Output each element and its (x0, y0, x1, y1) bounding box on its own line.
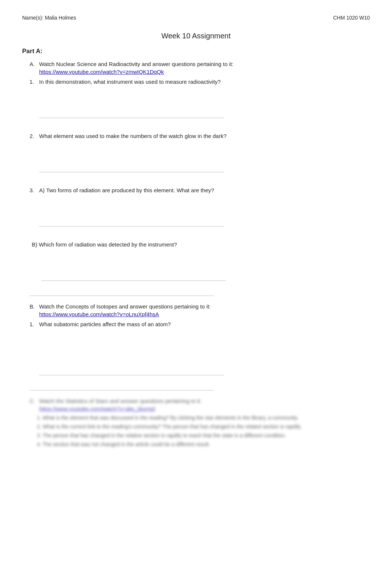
question-2-block: 2. What element was used to make the num… (30, 133, 370, 172)
page-title: Week 10 Assignment (22, 32, 370, 40)
section-a-label: A. Watch Nuclear Science and Radioactivi… (30, 61, 370, 67)
part-a-heading: Part A: (22, 48, 370, 55)
section-b-instruction: Watch the Concepts of Isotopes and answe… (39, 303, 211, 310)
answer-space-3a (39, 197, 224, 227)
name-label: Name(s): (22, 15, 44, 21)
question-3-number: 3. (30, 187, 36, 193)
section-a: A. Watch Nuclear Science and Radioactivi… (30, 61, 370, 75)
section-divider-1 (30, 296, 214, 296)
section-divider-2 (30, 390, 214, 390)
question-3b-text: B) Which form of radiation was detected … (32, 241, 177, 248)
blurred-instruction: Watch the Statistics of Stars and answer… (39, 398, 202, 404)
question-b1-text: What subatomic particles affect the mass… (39, 321, 171, 327)
section-b-letter: B. (30, 303, 36, 310)
blurred-q4: 4. The section that was not changed in t… (37, 441, 370, 447)
question-1-number: 1. (30, 79, 36, 85)
blurred-q3: 3. The person that has changed in the re… (37, 432, 370, 438)
blurred-section-c: C. Watch the Statistics of Stars and ans… (30, 398, 370, 447)
answer-space-1 (39, 89, 224, 118)
course-label: CHM 1020 W10 (333, 15, 370, 21)
section-a-instruction: Watch Nuclear Science and Radioactivity … (39, 61, 233, 67)
question-1-block: 1. In this demonstration, what instrumen… (30, 79, 370, 118)
name-value: Malia Holmes (45, 15, 76, 21)
question-b1-row: 1. What subatomic particles affect the m… (30, 321, 370, 327)
answer-space-2 (39, 143, 224, 172)
blurred-letter: C. (30, 398, 36, 404)
blurred-link: https://www.youtube.com/watch?v=abc_blur… (39, 406, 370, 412)
answer-space-b1 (39, 331, 224, 375)
blurred-questions: 1. What is the element that was discusse… (37, 415, 370, 447)
section-a-letter: A. (30, 61, 36, 67)
answer-space-3b (41, 251, 226, 281)
section-a-link[interactable]: https://www.youtube.com/watch?v=zmwIQK1D… (39, 69, 370, 75)
name-field: Name(s): Malia Holmes (22, 15, 76, 21)
section-b-link[interactable]: https://www.youtube.com/watch?v=oLnuXpf4… (39, 311, 370, 317)
question-1-text: In this demonstration, what instrument w… (39, 79, 221, 85)
question-b1-block: 1. What subatomic particles affect the m… (30, 321, 370, 375)
question-2-row: 2. What element was used to make the num… (30, 133, 370, 139)
question-3b-block: B) Which form of radiation was detected … (32, 241, 370, 281)
blurred-q2: 2. What is the current link to the readi… (37, 424, 370, 430)
question-2-number: 2. (30, 133, 36, 139)
question-3a-text: A) Two forms of radiation are produced b… (39, 187, 214, 193)
question-3b-row: B) Which form of radiation was detected … (32, 241, 370, 248)
section-b: B. Watch the Concepts of Isotopes and an… (30, 303, 370, 317)
question-2-text: What element was used to make the number… (39, 133, 227, 139)
question-1-row: 1. In this demonstration, what instrumen… (30, 79, 370, 85)
blurred-q1: 1. What is the element that was discusse… (37, 415, 370, 421)
question-3-row: 3. A) Two forms of radiation are produce… (30, 187, 370, 193)
question-3-block: 3. A) Two forms of radiation are produce… (30, 187, 370, 227)
blurred-section-c-label: C. Watch the Statistics of Stars and ans… (30, 398, 370, 404)
header: Name(s): Malia Holmes CHM 1020 W10 (22, 15, 370, 21)
section-b-label: B. Watch the Concepts of Isotopes and an… (30, 303, 370, 310)
question-b1-number: 1. (30, 321, 36, 327)
